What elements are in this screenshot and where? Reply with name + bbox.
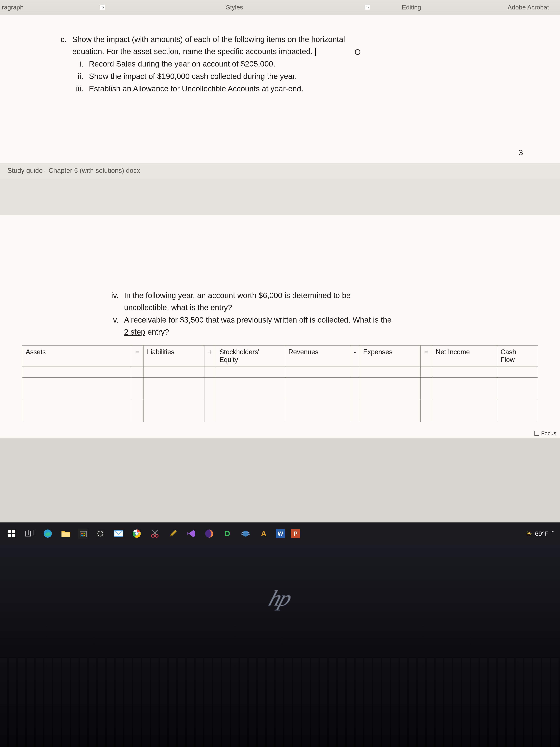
- question-c-iv-line1: In the following year, an account worth …: [124, 291, 351, 300]
- weather-widget[interactable]: ☀ 69°F ˄: [526, 530, 555, 538]
- table-row: [22, 378, 538, 400]
- question-c-iii: Establish an Allowance for Uncollectible…: [89, 83, 303, 95]
- svg-rect-0: [8, 530, 11, 533]
- planet-icon[interactable]: [240, 527, 251, 540]
- col-equals: =: [132, 345, 143, 366]
- question-c-ii: Show the impact of $190,000 cash collect…: [89, 70, 297, 82]
- svg-point-18: [135, 532, 138, 535]
- svg-rect-10: [83, 533, 85, 534]
- svg-rect-9: [81, 533, 83, 534]
- word-ribbon: ragraph ↘ Styles ↘ Editing Adobe Acrobat: [0, 0, 560, 15]
- focus-mode-label[interactable]: Focus: [541, 430, 556, 437]
- svg-rect-5: [29, 530, 34, 535]
- document-filename-label: Study guide - Chapter 5 (with solutions)…: [0, 163, 560, 178]
- obs-icon[interactable]: [95, 527, 106, 540]
- page-number: 3: [519, 148, 523, 157]
- paragraph-dialog-launcher-icon[interactable]: ↘: [100, 5, 105, 10]
- col-minus: -: [350, 345, 360, 366]
- weather-sun-icon: ☀: [526, 530, 532, 538]
- svg-rect-11: [81, 535, 83, 536]
- windows-taskbar[interactable]: D A W P ☀ 69°F ˄: [0, 522, 560, 545]
- chevron-up-icon[interactable]: ˄: [551, 530, 555, 537]
- app-d-icon[interactable]: D: [221, 527, 233, 540]
- svg-point-20: [155, 534, 158, 537]
- snip-tool-icon[interactable]: [149, 527, 161, 540]
- microsoft-store-icon[interactable]: [78, 529, 88, 539]
- question-c-v-line1: A receivable for $3,500 that was previou…: [124, 315, 392, 324]
- svg-rect-3: [12, 534, 15, 537]
- task-view-icon[interactable]: [24, 527, 35, 540]
- touch-cursor-handle-icon[interactable]: [355, 49, 361, 55]
- styles-dialog-launcher-icon[interactable]: ↘: [365, 5, 370, 10]
- table-header-row: Assets = Liabilities + Stockholders' Equ…: [22, 345, 538, 366]
- list-marker-v: v.: [104, 314, 124, 338]
- svg-rect-8: [80, 531, 86, 537]
- col-assets: Assets: [22, 345, 132, 366]
- visual-studio-icon[interactable]: [185, 527, 197, 540]
- col-expenses: Expenses: [360, 345, 421, 366]
- edge-browser-icon[interactable]: [42, 527, 54, 540]
- word-app-icon[interactable]: W: [276, 529, 285, 538]
- styles-group-label: Styles: [226, 4, 243, 11]
- laptop-keyboard: [0, 658, 560, 747]
- file-explorer-icon[interactable]: [60, 527, 72, 540]
- col-plus: +: [204, 345, 216, 366]
- list-marker-iii: iii.: [69, 83, 89, 95]
- col-equals-2: =: [421, 345, 432, 366]
- powerpoint-app-icon[interactable]: P: [291, 529, 300, 538]
- svg-rect-7: [61, 533, 70, 537]
- status-bar: Focus: [534, 430, 556, 437]
- app-a-icon[interactable]: A: [258, 527, 270, 540]
- table-row: [22, 400, 538, 422]
- accounting-equation-table: Assets = Liabilities + Stockholders' Equ…: [22, 345, 538, 422]
- question-c-line2: equation. For the asset section, name th…: [72, 47, 313, 56]
- col-revenues: Revenues: [285, 345, 350, 366]
- col-stockholders-equity: Stockholders' Equity: [216, 345, 285, 366]
- question-c-iv-line2: uncollectible, what is the entry?: [124, 303, 232, 312]
- document-page-1[interactable]: c. Show the impact (with amounts) of eac…: [0, 15, 560, 163]
- svg-point-19: [152, 534, 155, 537]
- question-c-i: Record Sales during the year on account …: [89, 58, 275, 70]
- list-marker-ii: ii.: [69, 70, 89, 82]
- mail-icon[interactable]: [113, 527, 125, 540]
- question-c-line1: Show the impact (with amounts) of each o…: [72, 35, 345, 44]
- editing-group-label[interactable]: Editing: [402, 4, 421, 11]
- col-net-income: Net Income: [432, 345, 497, 366]
- text-cursor: [315, 48, 316, 56]
- start-button-icon[interactable]: [5, 527, 18, 540]
- adobe-acrobat-group-label[interactable]: Adobe Acrobat: [508, 4, 549, 11]
- notepad-icon[interactable]: [167, 527, 179, 540]
- table-row: [22, 366, 538, 378]
- question-c-v-twostep: 2 step: [124, 328, 145, 336]
- list-marker-iv: iv.: [104, 289, 124, 313]
- list-marker-c: c.: [56, 33, 72, 57]
- col-liabilities: Liabilities: [143, 345, 204, 366]
- question-c-v-suffix: entry?: [145, 328, 169, 336]
- paragraph-group-label: ragraph: [2, 4, 24, 11]
- chrome-icon[interactable]: [131, 527, 142, 540]
- firefox-icon[interactable]: [203, 527, 215, 540]
- svg-point-24: [243, 531, 248, 537]
- focus-mode-icon[interactable]: [534, 431, 539, 436]
- weather-temperature: 69°F: [535, 530, 548, 537]
- svg-rect-1: [12, 530, 15, 533]
- svg-rect-12: [83, 535, 85, 536]
- col-cash-flow: Cash Flow: [497, 345, 538, 366]
- document-page-2[interactable]: iv. In the following year, an account wo…: [0, 215, 560, 438]
- svg-rect-4: [25, 531, 31, 536]
- list-marker-i: i.: [69, 58, 89, 70]
- svg-rect-2: [8, 534, 11, 537]
